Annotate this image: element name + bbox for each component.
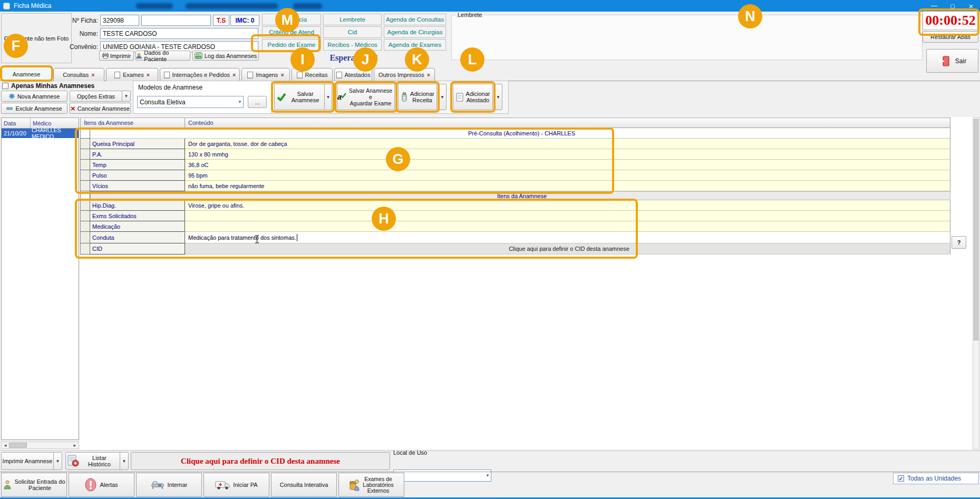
history-row-selected[interactable]: 21/10/20 CHARLLES MEDICO xyxy=(2,129,79,138)
apenas-minhas-checkbox[interactable]: Apenas Minhas Anamneses xyxy=(2,82,94,90)
imprimir-anamnese-button[interactable]: Imprimir Anamnese ▼ xyxy=(1,452,62,470)
row-content[interactable] xyxy=(185,221,950,232)
table-row[interactable]: Víciosnão fuma, bebe regularmente xyxy=(80,181,950,191)
iniciar-pa-button[interactable]: Iniciar PA xyxy=(203,473,269,497)
sair-button[interactable]: Sair xyxy=(926,49,978,73)
tab-close-icon[interactable]: × xyxy=(232,72,236,78)
ficha-input[interactable]: 329098 xyxy=(100,15,139,26)
consulta-interativa-button[interactable]: Consulta Interativa xyxy=(271,473,337,497)
cancelar-anamnese-button[interactable]: × Cancelar Anamnese xyxy=(70,103,131,114)
row-content[interactable]: Dor de garganta, tosse, dor de cabeça xyxy=(185,139,950,149)
agenda-consultas-button[interactable]: Agenda de Consultas xyxy=(384,14,446,25)
listar-historico-button[interactable]: Listar Histórico ▼ xyxy=(65,452,129,470)
lembrete-button[interactable]: Lembrete xyxy=(323,14,382,25)
recibos-medicos-button[interactable]: Recibos - Médicos xyxy=(323,39,382,51)
excluir-anamnese-button[interactable]: Excluir Anamnese xyxy=(1,103,67,114)
nova-anamnese-button[interactable]: Nova Anamnese xyxy=(1,91,67,102)
dados-paciente-button[interactable]: Dados do Paciente xyxy=(135,51,190,61)
history-hscrollbar[interactable]: ◄ ► xyxy=(1,442,79,449)
column-header-conteudo[interactable]: Conteúdo xyxy=(185,118,950,128)
alertas-button[interactable]: Alertas xyxy=(69,473,134,497)
table-row[interactable]: Medicação xyxy=(80,221,950,232)
pedido-exame-button[interactable]: Pedido de Exame xyxy=(262,39,321,51)
tab-consultas[interactable]: Consultas× xyxy=(53,68,104,81)
row-content[interactable] xyxy=(185,211,950,221)
tab-close-icon[interactable]: × xyxy=(280,72,284,78)
table-row[interactable]: Temp36,8 oC xyxy=(80,160,950,170)
chevron-down-icon[interactable]: ▼ xyxy=(120,453,128,469)
tab-internacoes-pedidos[interactable]: Internações e Pedidos× xyxy=(160,68,240,81)
scroll-right-arrow[interactable]: ► xyxy=(71,443,79,448)
row-content[interactable]: 36,8 oC xyxy=(185,160,950,170)
log-anamneses-button[interactable]: ACTLOG Log das Anamneses xyxy=(192,51,259,61)
scrollbar-thumb[interactable] xyxy=(974,119,978,340)
ficha-extra-input[interactable] xyxy=(141,15,211,26)
table-vscrollbar[interactable] xyxy=(973,118,979,449)
receita-dropdown-button[interactable]: ▼ xyxy=(438,84,447,110)
cid-define-link[interactable]: Clique aqui para definir o CID desta ana… xyxy=(185,243,950,255)
row-indicator xyxy=(81,200,90,211)
agenda-cirurgias-button[interactable]: Agenda de Cirurgias xyxy=(384,26,446,38)
conduta-edit-field[interactable]: Medicação para tratamento dos sintomas. xyxy=(185,232,950,243)
table-row[interactable]: Exms Solicitados xyxy=(80,211,950,221)
ts-button[interactable]: T.S xyxy=(213,15,229,26)
checkbox-checked-icon[interactable]: ✓ xyxy=(898,475,904,482)
criterio-atend-button[interactable]: Critério de Atend xyxy=(262,26,321,38)
modelo-select[interactable]: Consulta Eletiva ▼ xyxy=(137,96,244,108)
cid-button[interactable]: Cid xyxy=(323,26,382,38)
tab-atestados[interactable]: Atestados xyxy=(334,68,372,81)
internar-button[interactable]: Internar xyxy=(136,473,202,497)
imprimir-button[interactable]: Imprimir xyxy=(99,51,134,61)
assistencia-button[interactable]: Assistência xyxy=(262,14,321,25)
scrollbar-thumb[interactable] xyxy=(9,443,27,448)
nome-input[interactable]: TESTE CARDOSO xyxy=(100,28,258,39)
chevron-down-icon[interactable]: ▼ xyxy=(324,84,332,110)
tab-close-icon[interactable]: × xyxy=(147,72,150,78)
agenda-exames-button[interactable]: Agenda de Exames xyxy=(384,39,446,51)
tab-anamnese[interactable]: Anamnese xyxy=(1,66,52,81)
row-content[interactable]: 130 x 80 mmhg xyxy=(185,149,950,160)
restaurar-abas-button[interactable]: Restaurar Abas xyxy=(923,31,978,43)
close-button[interactable]: × xyxy=(962,0,980,12)
row-content[interactable]: não fuma, bebe regularmente xyxy=(185,181,950,191)
maximize-button[interactable]: ▢ xyxy=(944,0,962,12)
tab-outros-impressos[interactable]: Outros Impressos× xyxy=(374,68,435,81)
imc-button[interactable]: IMC: 0 xyxy=(230,15,259,26)
tab-close-icon[interactable]: × xyxy=(427,72,430,78)
table-row[interactable]: Pulso95 bpm xyxy=(80,170,950,181)
table-row-editing[interactable]: CondutaMedicação para tratamento dos sin… xyxy=(80,232,950,243)
adicionar-atestado-button[interactable]: Adicionar Atestado xyxy=(453,84,493,110)
minimize-button[interactable]: — xyxy=(925,0,943,12)
salvar-aguardar-exame-button[interactable]: a Salvar Anamnese e Aguardar Exame xyxy=(337,84,395,110)
row-content[interactable]: Virose, gripe ou afins. xyxy=(185,200,950,211)
row-indicator xyxy=(81,160,90,170)
table-row[interactable]: Hip.Diag.Virose, gripe ou afins. xyxy=(80,200,950,211)
solicitar-entrada-button[interactable]: Solicitar Entrada do Paciente xyxy=(1,473,67,497)
chevron-down-icon[interactable]: ▼ xyxy=(486,473,490,478)
scroll-left-arrow[interactable]: ◄ xyxy=(2,443,9,448)
help-button[interactable]: ? xyxy=(952,236,966,249)
table-row[interactable]: Queixa PrincipalDor de garganta, tosse, … xyxy=(80,139,950,149)
table-row-cid[interactable]: CIDClique aqui para definir o CID desta … xyxy=(80,243,950,255)
chevron-down-icon[interactable]: ▼ xyxy=(238,100,242,104)
table-row[interactable]: P.A.130 x 80 mmhg xyxy=(80,149,950,160)
chevron-down-icon[interactable]: ▼ xyxy=(122,91,130,101)
column-header-data[interactable]: Data xyxy=(2,118,31,128)
exames-lab-externos-button[interactable]: Exames de Laboratórios Externos xyxy=(338,473,404,497)
adicionar-receita-button[interactable]: Adicionar Receita xyxy=(398,84,437,110)
atestado-dropdown-button[interactable]: ▼ xyxy=(494,84,502,110)
tab-close-icon[interactable]: × xyxy=(91,72,94,78)
tab-exames[interactable]: Exames× xyxy=(106,68,158,81)
checkbox-box[interactable] xyxy=(2,83,8,89)
chevron-down-icon[interactable]: ▼ xyxy=(53,453,62,469)
row-content[interactable]: 95 bpm xyxy=(185,170,950,181)
cid-banner-button[interactable]: Clique aqui para definir o CID desta ana… xyxy=(131,452,390,470)
tab-receitas[interactable]: Receitas xyxy=(292,68,333,81)
modelo-more-button[interactable]: ... xyxy=(248,96,267,108)
tab-imagens[interactable]: Imagens× xyxy=(241,68,290,81)
salvar-anamnese-button[interactable]: Salvar Anamnese ▼ xyxy=(274,84,332,110)
todas-unidades-checkbox[interactable]: ✓ Todas as Unidades xyxy=(893,473,979,484)
anamnese-history-list[interactable]: Data Médico 21/10/20 CHARLLES MEDICO xyxy=(1,118,79,440)
column-header-itens[interactable]: Ítens da Anamnese xyxy=(81,118,185,128)
opcoes-extras-button[interactable]: Opções Extras ▼ xyxy=(70,91,131,102)
